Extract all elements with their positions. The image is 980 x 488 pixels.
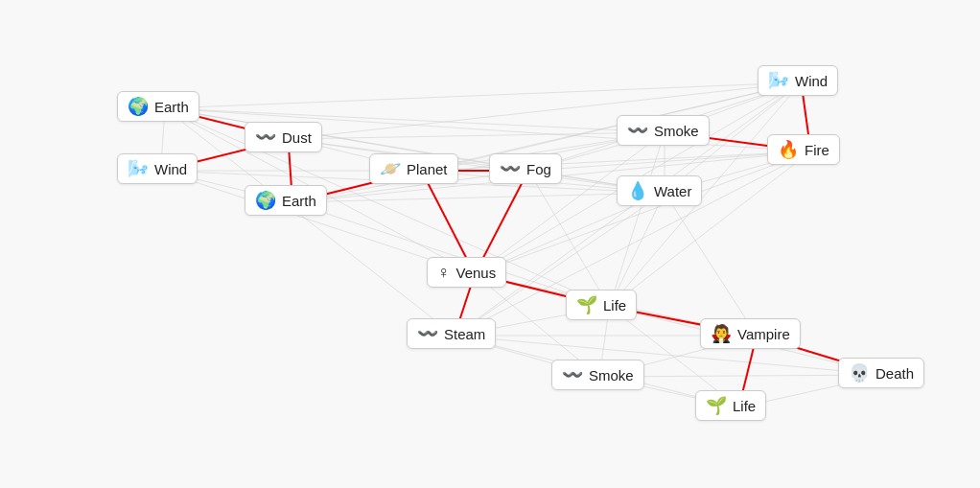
svg-line-16 — [289, 82, 802, 139]
node-label-venus: Venus — [456, 265, 497, 281]
node-emoji-smoke2: 〰️ — [562, 366, 583, 383]
node-water[interactable]: 💧Water — [617, 175, 702, 206]
node-label-water: Water — [654, 183, 691, 199]
node-label-life1: Life — [603, 297, 626, 314]
node-fire[interactable]: 🔥Fire — [767, 134, 840, 165]
node-wind1[interactable]: 🌬️Wind — [117, 153, 198, 184]
node-vampire[interactable]: 🧛Vampire — [700, 318, 801, 349]
node-emoji-venus: ♀ — [437, 264, 451, 281]
node-planet[interactable]: 🪐Planet — [369, 153, 458, 184]
node-emoji-steam: 〰️ — [417, 325, 438, 342]
node-emoji-earth2: 🌍 — [255, 192, 276, 209]
svg-line-2 — [165, 108, 528, 171]
node-life1[interactable]: 🌱Life — [566, 290, 637, 320]
node-label-earth2: Earth — [282, 193, 316, 209]
node-venus[interactable]: ♀Venus — [427, 257, 506, 288]
svg-line-15 — [289, 132, 665, 139]
node-label-wind1: Wind — [154, 161, 187, 177]
node-wind2[interactable]: 🌬️Wind — [758, 65, 838, 96]
node-emoji-wind2: 🌬️ — [768, 72, 789, 89]
svg-line-23 — [292, 202, 610, 307]
node-emoji-earth1: 🌍 — [128, 98, 149, 115]
node-emoji-planet: 🪐 — [380, 160, 401, 177]
node-emoji-death: 💀 — [849, 364, 870, 382]
node-label-smoke2: Smoke — [589, 367, 634, 383]
svg-line-26 — [422, 151, 811, 171]
svg-line-36 — [610, 132, 665, 307]
node-fog[interactable]: 〰️Fog — [489, 153, 562, 184]
svg-line-19 — [292, 132, 665, 202]
svg-line-57 — [455, 336, 886, 375]
node-emoji-fire: 🔥 — [778, 141, 799, 158]
node-earth1[interactable]: 🌍Earth — [117, 91, 199, 122]
node-emoji-vampire: 🧛 — [711, 325, 732, 342]
node-emoji-water: 💧 — [627, 182, 648, 199]
node-steam[interactable]: 〰️Steam — [407, 318, 496, 349]
svg-line-22 — [292, 193, 665, 202]
node-label-smoke1: Smoke — [654, 123, 699, 139]
node-emoji-life1: 🌱 — [576, 296, 597, 314]
svg-line-48 — [665, 193, 757, 336]
node-label-death: Death — [875, 365, 914, 382]
node-label-dust: Dust — [282, 129, 312, 146]
svg-line-32 — [528, 171, 610, 307]
node-label-planet: Planet — [407, 161, 448, 177]
node-label-life2: Life — [733, 398, 756, 414]
node-smoke2[interactable]: 〰️Smoke — [551, 360, 644, 390]
node-label-fog: Fog — [526, 161, 551, 177]
svg-line-4 — [165, 82, 802, 108]
node-label-wind2: Wind — [795, 73, 828, 89]
svg-line-8 — [165, 108, 610, 307]
node-dust[interactable]: 〰️Dust — [245, 122, 322, 152]
node-smoke1[interactable]: 〰️Smoke — [617, 115, 710, 146]
node-life2[interactable]: 🌱Life — [695, 390, 766, 421]
node-emoji-dust: 〰️ — [255, 128, 276, 146]
node-emoji-smoke1: 〰️ — [627, 122, 648, 139]
node-emoji-fog: 〰️ — [500, 160, 521, 177]
node-emoji-wind1: 🌬️ — [128, 160, 149, 177]
svg-line-20 — [292, 82, 802, 202]
node-label-fire: Fire — [805, 142, 829, 158]
svg-line-17 — [289, 139, 665, 193]
node-emoji-life2: 🌱 — [706, 397, 727, 414]
node-label-earth1: Earth — [154, 99, 189, 115]
node-label-steam: Steam — [444, 326, 485, 342]
node-label-vampire: Vampire — [737, 326, 790, 342]
node-earth2[interactable]: 🌍Earth — [245, 185, 327, 216]
svg-line-25 — [422, 82, 802, 171]
svg-line-3 — [165, 108, 665, 132]
node-death[interactable]: 💀Death — [838, 358, 924, 388]
